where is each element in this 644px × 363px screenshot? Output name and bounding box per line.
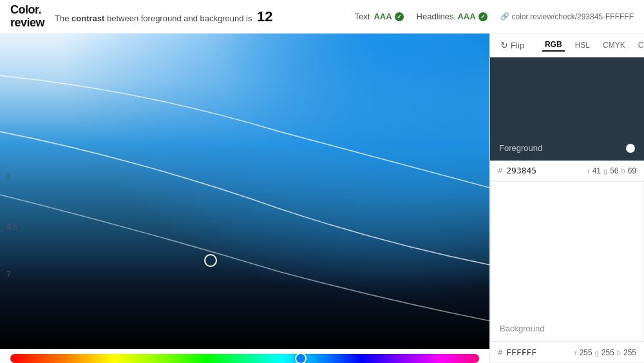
logo[interactable]: Color. review <box>10 4 44 30</box>
contrast-label-3: 3 <box>6 172 11 181</box>
hue-slider-track[interactable] <box>10 354 479 363</box>
contrast-lines-svg <box>0 34 489 349</box>
headlines-badge-group: Headlines AAA <box>417 12 488 21</box>
fg-rgb-values: r 41 g 56 b 69 <box>587 166 636 175</box>
contrast-label-45: 4.5 <box>6 222 17 231</box>
bg-hash: # <box>498 348 502 357</box>
main-content: 3 4.5 7 ↻ Flip <box>0 34 644 363</box>
text-check-icon <box>395 12 404 21</box>
logo-line2: review <box>10 17 44 30</box>
url-text: color.review/check/293845-FFFFFF <box>512 12 634 21</box>
fg-b-label: b <box>621 167 625 175</box>
color-cursor[interactable] <box>204 254 217 267</box>
foreground-color-block[interactable]: Foreground <box>490 57 644 161</box>
fg-g-value: 56 <box>610 166 618 175</box>
text-aaa-badge: AAA <box>374 12 403 21</box>
badges: Text AAA Headlines AAA <box>355 12 488 21</box>
bg-g-label: g <box>595 349 599 357</box>
foreground-label: Foreground <box>499 143 542 153</box>
app-container: Color. review The contrast between foreg… <box>0 0 644 363</box>
bg-b-value: 255 <box>623 348 636 357</box>
flip-icon: ↻ <box>500 40 508 50</box>
contrast-prefix: The <box>55 14 71 23</box>
fg-b-value: 69 <box>628 166 636 175</box>
color-canvas[interactable]: 3 4.5 7 <box>0 34 489 349</box>
text-badge-group: Text AAA <box>355 12 404 21</box>
headlines-aaa-value: AAA <box>457 12 475 21</box>
headlines-label: Headlines <box>417 12 454 21</box>
bg-r-label: r <box>574 349 577 357</box>
foreground-input-row: # r 41 g 56 b 69 <box>490 161 644 181</box>
tab-hsl[interactable]: HSL <box>573 39 592 51</box>
tab-rgb[interactable]: RGB <box>542 39 565 52</box>
contrast-value: 12 <box>257 8 272 25</box>
url-link[interactable]: color.review/check/293845-FFFFFF <box>500 12 634 21</box>
text-aaa-value: AAA <box>374 12 392 21</box>
tab-cmyk[interactable]: CMYK <box>600 39 628 51</box>
foreground-dot <box>626 144 635 153</box>
foreground-hex-input[interactable] <box>506 166 545 175</box>
tab-css[interactable]: CSS <box>636 39 644 51</box>
hue-thumb[interactable] <box>295 353 307 363</box>
background-hex-input[interactable] <box>506 348 545 357</box>
background-label: Background <box>500 324 544 333</box>
fg-r-label: r <box>587 167 590 175</box>
color-canvas-container[interactable]: 3 4.5 7 <box>0 34 489 349</box>
background-color-block[interactable]: Background <box>490 181 644 342</box>
contrast-bold: contrast <box>71 14 104 23</box>
hue-slider-container <box>0 349 489 363</box>
panel-tabs: ↻ Flip RGB HSL CMYK CSS <box>490 34 644 57</box>
side-panel: ↻ Flip RGB HSL CMYK CSS Foreground # r <box>489 34 644 363</box>
flip-button[interactable]: ↻ Flip <box>498 39 527 52</box>
bg-g-value: 255 <box>601 348 614 357</box>
background-input-row: # r 255 g 255 b 255 <box>490 342 644 363</box>
fg-g-label: g <box>603 167 607 175</box>
bg-rgb-values: r 255 g 255 b 255 <box>574 348 636 357</box>
fg-r-value: 41 <box>592 166 601 175</box>
bg-b-label: b <box>617 349 621 357</box>
contrast-label-7: 7 <box>6 270 11 279</box>
text-label: Text <box>355 12 370 21</box>
contrast-suffix: between foreground and background is <box>104 14 252 23</box>
bg-r-value: 255 <box>580 348 592 357</box>
contrast-info: The contrast between foreground and back… <box>55 8 355 25</box>
headlines-check-icon <box>478 12 488 21</box>
headlines-aaa-badge: AAA <box>457 12 487 21</box>
fg-hash: # <box>498 166 502 175</box>
flip-label: Flip <box>511 41 524 50</box>
header: Color. review The contrast between foreg… <box>0 0 644 34</box>
logo-line1: Color. <box>10 4 44 17</box>
